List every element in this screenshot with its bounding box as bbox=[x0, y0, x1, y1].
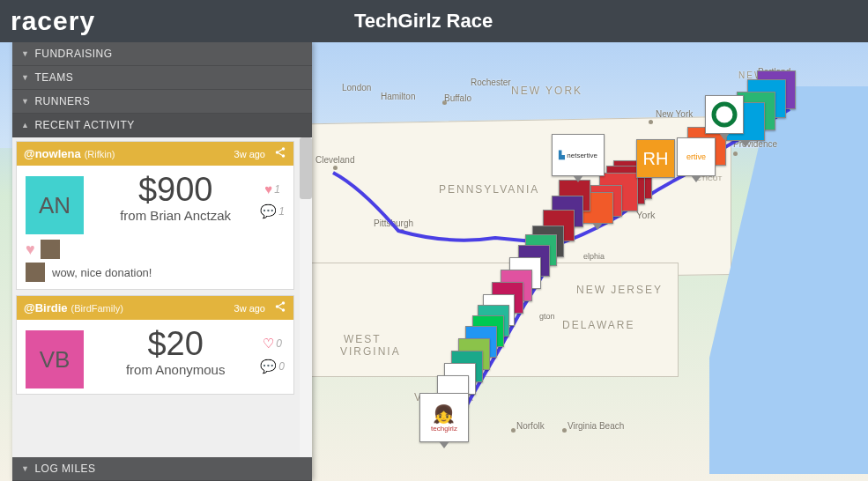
state-label: WEST bbox=[344, 333, 382, 345]
chat-icon: 💬 bbox=[260, 359, 277, 374]
avatar[interactable]: AN bbox=[26, 176, 84, 234]
state-label: PENNSYLVANIA bbox=[439, 183, 539, 196]
city-label: London bbox=[342, 83, 371, 92]
state-label: NEW YORK bbox=[511, 85, 582, 97]
city-label: gton bbox=[539, 312, 555, 321]
state-label: VIRGINIA bbox=[340, 345, 401, 358]
commenter-avatar[interactable] bbox=[26, 263, 45, 282]
section-runners[interactable]: ▼RUNNERS bbox=[12, 90, 312, 114]
like-button[interactable]: ♥1 bbox=[264, 181, 280, 196]
city-label: Hamilton bbox=[381, 92, 415, 101]
svg-point-1 bbox=[282, 147, 286, 151]
state-label: DELAWARE bbox=[562, 319, 634, 331]
city-label: elphia bbox=[583, 252, 605, 261]
share-icon[interactable] bbox=[274, 146, 286, 161]
team-marker[interactable]: ertive bbox=[677, 137, 716, 176]
chevron-down-icon: ▼ bbox=[21, 73, 29, 82]
heart-icon: ♡ bbox=[263, 336, 274, 352]
svg-point-5 bbox=[276, 305, 279, 308]
section-log-miles[interactable]: ▼LOG MILES bbox=[12, 457, 312, 481]
city-label: Pittsburgh bbox=[374, 218, 413, 228]
heart-icon: ♥ bbox=[26, 240, 35, 259]
section-teams[interactable]: ▼TEAMS bbox=[12, 66, 312, 90]
donation-from: from Anonymous bbox=[91, 362, 260, 377]
scrollbar-thumb[interactable] bbox=[300, 137, 312, 199]
activity-feed[interactable]: @nowlena (Rifkin) 3w ago AN $900 from Br… bbox=[12, 137, 312, 457]
user-family: (BirdFamily) bbox=[71, 303, 123, 314]
avatar[interactable]: VB bbox=[26, 330, 84, 388]
donation-amount: $900 bbox=[91, 173, 260, 206]
state-label: NEW JERSEY bbox=[576, 284, 663, 296]
svg-point-0 bbox=[714, 104, 735, 125]
section-recent-activity[interactable]: ▲RECENT ACTIVITY bbox=[12, 114, 312, 137]
svg-point-6 bbox=[282, 308, 286, 312]
svg-point-2 bbox=[276, 151, 279, 154]
marker-netsertive[interactable]: ▙ netsertive bbox=[552, 134, 605, 176]
city-label: Cleveland bbox=[315, 155, 354, 165]
section-fundraising[interactable]: ▼FUNDRAISING bbox=[12, 42, 312, 66]
team-marker[interactable] bbox=[705, 95, 744, 134]
comment-text: wow, nice donation! bbox=[52, 266, 152, 279]
svg-point-4 bbox=[282, 301, 286, 305]
share-icon[interactable] bbox=[274, 300, 286, 315]
city-label: Virginia Beach bbox=[568, 421, 624, 431]
activity-card: @Birdie (BirdFamily) 3w ago VB $20 from … bbox=[16, 295, 294, 395]
svg-point-3 bbox=[282, 154, 286, 158]
liker-avatar[interactable] bbox=[41, 240, 60, 259]
city-label: Buffalo bbox=[444, 93, 471, 103]
chevron-down-icon: ▼ bbox=[21, 49, 29, 58]
chevron-up-icon: ▲ bbox=[21, 121, 29, 130]
comment-button[interactable]: 💬0 bbox=[260, 359, 285, 374]
timestamp: 3w ago bbox=[234, 149, 265, 159]
city-label: York bbox=[636, 210, 656, 220]
chevron-down-icon: ▼ bbox=[21, 464, 29, 473]
activity-card: @nowlena (Rifkin) 3w ago AN $900 from Br… bbox=[16, 141, 294, 290]
comment-button[interactable]: 💬1 bbox=[260, 204, 285, 219]
user-family: (Rifkin) bbox=[85, 149, 115, 159]
donation-amount: $20 bbox=[91, 327, 260, 360]
marker-techgirlz[interactable]: 👧techgirlz bbox=[419, 393, 469, 442]
timestamp: 3w ago bbox=[234, 303, 265, 314]
marker-rh[interactable]: RH bbox=[636, 139, 675, 178]
chat-icon: 💬 bbox=[260, 204, 277, 219]
heart-icon: ♥ bbox=[264, 181, 272, 196]
chevron-down-icon: ▼ bbox=[21, 97, 29, 106]
city-label: Norfolk bbox=[516, 421, 545, 431]
top-bar: racery TechGirlz Race bbox=[0, 0, 868, 42]
likes-row: ♥ bbox=[17, 240, 293, 263]
like-button[interactable]: ♡0 bbox=[263, 336, 282, 352]
city-label: New York bbox=[656, 109, 693, 119]
sidebar: ▼FUNDRAISING ▼TEAMS ▼RUNNERS ▲RECENT ACT… bbox=[12, 42, 312, 481]
user-handle[interactable]: @nowlena bbox=[24, 147, 81, 160]
user-handle[interactable]: @Birdie bbox=[24, 301, 68, 314]
race-title: TechGirlz Race bbox=[0, 10, 857, 33]
donation-from: from Brian Anctzak bbox=[91, 208, 260, 223]
city-label: Rochester bbox=[471, 78, 511, 87]
